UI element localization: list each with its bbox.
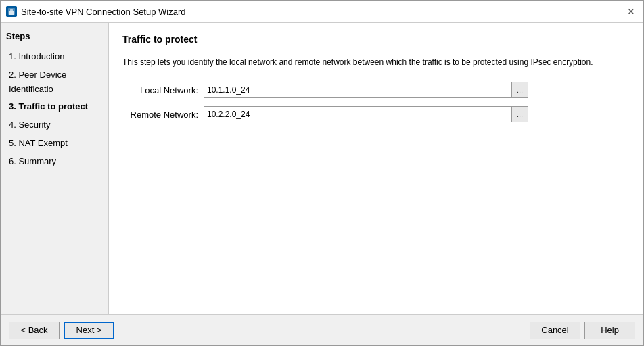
sidebar: Steps 1. Introduction 2. Peer Device Ide… [1,23,109,314]
wizard-window: Site-to-site VPN Connection Setup Wizard… [0,0,644,346]
sidebar-item-summary[interactable]: 6. Summary [6,153,103,171]
close-button[interactable]: ✕ [624,5,638,18]
sidebar-item-nat-exempt[interactable]: 5. NAT Exempt [6,134,103,153]
back-button[interactable]: < Back [9,322,60,339]
next-button[interactable]: Next > [64,322,114,339]
sidebar-item-traffic[interactable]: 3. Traffic to protect [6,98,103,116]
sidebar-item-peer-device[interactable]: 2. Peer Device Identificatio [6,66,103,99]
titlebar: Site-to-site VPN Connection Setup Wizard… [1,1,643,23]
sidebar-item-introduction[interactable]: 1. Introduction [6,48,103,66]
svg-rect-2 [10,9,13,11]
main-content: Traffic to protect This step lets you id… [109,23,643,314]
cancel-button[interactable]: Cancel [530,322,580,339]
footer-right-buttons: Cancel Help [530,322,635,339]
page-title: Traffic to protect [122,34,630,49]
local-network-browse-button[interactable]: ... [512,82,528,98]
local-network-row: Local Network: ... [122,82,630,98]
sidebar-item-security[interactable]: 4. Security [6,116,103,134]
help-button[interactable]: Help [584,322,635,339]
remote-network-label: Remote Network: [122,109,204,120]
page-description: This step lets you identify the local ne… [122,56,630,68]
remote-network-input[interactable] [204,106,512,122]
footer: < Back Next > Cancel Help [1,314,643,345]
window-icon [6,6,17,17]
remote-network-field: ... [204,106,528,122]
remote-network-browse-button[interactable]: ... [512,106,528,122]
steps-title: Steps [6,31,103,41]
footer-left-buttons: < Back Next > [9,322,114,339]
window-title: Site-to-site VPN Connection Setup Wizard [21,7,620,17]
local-network-input[interactable] [204,82,512,98]
local-network-field: ... [204,82,528,98]
remote-network-row: Remote Network: ... [122,106,630,122]
content-area: Steps 1. Introduction 2. Peer Device Ide… [1,23,643,314]
local-network-label: Local Network: [122,85,204,95]
